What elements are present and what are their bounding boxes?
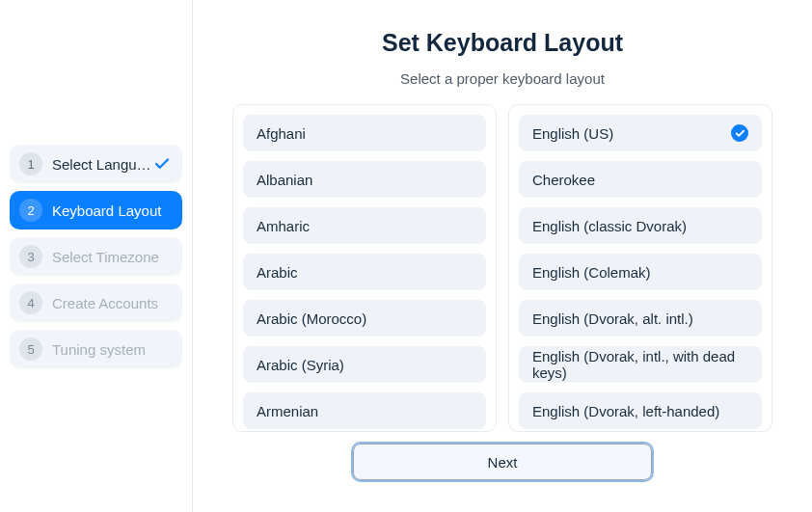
step-label: Keyboard Layout [52, 202, 173, 219]
list-item[interactable]: Armenian [243, 392, 486, 429]
step-select-timezone[interactable]: 3 Select Timezone [10, 237, 182, 276]
list-item[interactable]: Afghani [243, 115, 486, 151]
check-icon [153, 155, 171, 173]
step-number: 4 [19, 291, 42, 314]
list-item-label: Cherokee [532, 172, 595, 188]
list-item-label: Afghani [257, 125, 306, 142]
step-select-language[interactable]: 1 Select Langu… [10, 145, 182, 183]
list-item[interactable]: Arabic (Morocco) [243, 300, 486, 337]
step-number: 2 [19, 199, 42, 222]
list-item-label: Arabic [257, 264, 298, 281]
layout-lists: Afghani Albanian Amharic Arabic Arabic (… [232, 104, 772, 432]
page-subtitle: Select a proper keyboard layout [400, 70, 605, 87]
step-number: 3 [19, 245, 42, 268]
list-item[interactable]: English (Dvorak, intl., with dead keys) [519, 346, 762, 383]
list-item-label: English (US) [532, 125, 613, 142]
list-item-label: English (Colemak) [532, 264, 651, 281]
check-circle-icon [731, 124, 748, 142]
step-create-accounts[interactable]: 4 Create Accounts [10, 283, 182, 322]
main-panel: Set Keyboard Layout Select a proper keyb… [193, 0, 812, 512]
list-item-label: Arabic (Morocco) [257, 310, 366, 327]
list-item[interactable]: English (US) [519, 115, 762, 151]
list-item-label: Armenian [257, 403, 318, 419]
list-item-label: English (classic Dvorak) [532, 218, 687, 234]
list-item-label: English (Dvorak, left-handed) [532, 403, 719, 419]
list-item[interactable]: English (Colemak) [519, 254, 762, 290]
list-item[interactable]: Amharic [243, 207, 486, 244]
sidebar: 1 Select Langu… 2 Keyboard Layout 3 Sele… [0, 0, 193, 512]
layout-list-right[interactable]: English (US) Cherokee English (classic D… [508, 104, 772, 432]
step-keyboard-layout[interactable]: 2 Keyboard Layout [10, 191, 182, 229]
list-item[interactable]: Arabic [243, 254, 486, 290]
next-button[interactable]: Next [353, 444, 652, 480]
list-item-label: Albanian [257, 172, 312, 188]
page-title: Set Keyboard Layout [382, 29, 623, 57]
list-item[interactable]: Arabic (Syria) [243, 346, 486, 383]
list-item[interactable]: Albanian [243, 161, 486, 198]
step-label: Create Accounts [52, 295, 173, 311]
list-item-label: English (Dvorak, intl., with dead keys) [532, 348, 748, 381]
list-item-label: Amharic [257, 218, 310, 234]
step-tuning-system[interactable]: 5 Tuning system [10, 330, 182, 368]
list-item[interactable]: English (Dvorak, left-handed) [519, 392, 762, 429]
step-label: Tuning system [52, 341, 173, 358]
list-item[interactable]: English (Dvorak, alt. intl.) [519, 300, 762, 337]
list-item[interactable]: English (classic Dvorak) [519, 207, 762, 244]
layout-list-left[interactable]: Afghani Albanian Amharic Arabic Arabic (… [232, 104, 497, 432]
list-item[interactable]: Cherokee [519, 161, 762, 198]
list-item-label: Arabic (Syria) [257, 357, 344, 373]
step-label: Select Timezone [52, 249, 173, 265]
step-number: 5 [19, 337, 42, 361]
step-number: 1 [19, 152, 42, 175]
list-item-label: English (Dvorak, alt. intl.) [532, 310, 693, 327]
